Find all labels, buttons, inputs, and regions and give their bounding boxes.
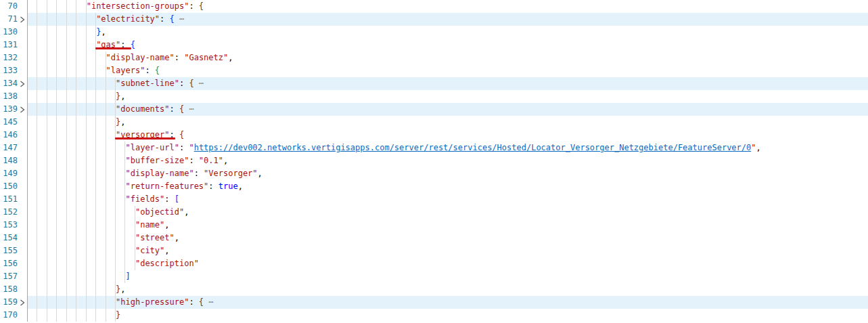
code-text[interactable]: "city", bbox=[135, 244, 170, 257]
bracket: { bbox=[170, 14, 175, 24]
code-text[interactable]: "high-pressure": { ⋯ bbox=[116, 296, 214, 309]
code-text[interactable]: "electricity": { ⋯ bbox=[96, 13, 184, 26]
punctuation: : bbox=[179, 143, 189, 152]
line-number: 139 bbox=[0, 103, 18, 116]
code-text[interactable]: "display-name": "Versorger", bbox=[125, 167, 262, 180]
code-line: 132"display-name": "Gasnetz", bbox=[0, 51, 868, 64]
fold-margin bbox=[18, 154, 27, 167]
json-string: "subnet-line" bbox=[116, 79, 179, 88]
code-text[interactable]: } bbox=[116, 309, 120, 322]
punctuation: : bbox=[194, 169, 204, 178]
code-text[interactable]: "layer-url": "https://dev002.networks.ve… bbox=[125, 142, 760, 154]
code-text[interactable]: "gas": { bbox=[96, 39, 135, 51]
code-line: 133"layers": { bbox=[0, 64, 868, 77]
punctuation: : bbox=[164, 194, 174, 204]
indent-guides bbox=[27, 232, 135, 244]
fold-chevron-icon[interactable] bbox=[18, 296, 27, 309]
line-number: 149 bbox=[0, 167, 18, 180]
indent-guides bbox=[27, 180, 125, 193]
json-string: "layer-url" bbox=[125, 143, 179, 152]
code-line: 134"subnet-line": { ⋯ bbox=[0, 77, 868, 90]
code-text[interactable]: }, bbox=[116, 90, 125, 103]
code-text[interactable]: "display-name": "Gasnetz", bbox=[106, 51, 233, 64]
code-line: 158}, bbox=[0, 283, 868, 296]
code-text[interactable]: "layers": { bbox=[106, 64, 160, 77]
indent-guides bbox=[27, 26, 96, 39]
json-string: "0.1" bbox=[199, 156, 223, 165]
code-line: 70"intersection-groups": { bbox=[0, 0, 868, 13]
folded-code-ellipsis[interactable]: ⋯ bbox=[175, 14, 184, 24]
line-number: 145 bbox=[0, 116, 18, 129]
code-editor: 70"intersection-groups": {71"electricity… bbox=[0, 0, 868, 323]
code-text[interactable]: }, bbox=[116, 283, 125, 296]
code-text[interactable]: "subnet-line": { ⋯ bbox=[116, 77, 204, 90]
indent-guides bbox=[27, 296, 116, 309]
line-number: 71 bbox=[0, 13, 18, 26]
folded-code-ellipsis[interactable]: ⋯ bbox=[204, 297, 213, 307]
punctuation: : bbox=[145, 66, 154, 75]
fold-margin bbox=[18, 90, 27, 103]
fold-margin bbox=[18, 26, 27, 39]
json-string: "documents" bbox=[116, 104, 169, 114]
code-line: 150"return-features": true, bbox=[0, 180, 868, 193]
json-string: "display-name" bbox=[106, 53, 175, 62]
red-underlined-json-string: "gas" bbox=[96, 40, 120, 49]
fold-margin bbox=[18, 39, 27, 51]
punctuation: : bbox=[160, 14, 169, 24]
line-number: 70 bbox=[0, 0, 18, 13]
punctuation: : bbox=[170, 104, 179, 114]
punctuation: : bbox=[189, 1, 198, 11]
fold-margin bbox=[18, 309, 27, 322]
folded-code-ellipsis[interactable]: ⋯ bbox=[194, 79, 204, 88]
line-number: 150 bbox=[0, 180, 18, 193]
url-link[interactable]: https://dev002.networks.vertigisapps.com… bbox=[194, 143, 752, 152]
code-text[interactable]: "fields": [ bbox=[125, 193, 179, 206]
bracket: ] bbox=[125, 272, 130, 281]
punctuation: : bbox=[208, 181, 218, 191]
code-text[interactable]: "buffer-size": "0.1", bbox=[125, 154, 228, 167]
code-line: 155"city", bbox=[0, 244, 868, 257]
code-text[interactable]: "return-features": true, bbox=[125, 180, 242, 193]
code-text[interactable]: }, bbox=[116, 116, 125, 129]
indent-guides bbox=[27, 77, 116, 90]
code-text[interactable]: "street", bbox=[135, 232, 179, 244]
line-number: 148 bbox=[0, 154, 18, 167]
code-line: 71"electricity": { ⋯ bbox=[0, 13, 868, 26]
punctuation: , bbox=[223, 156, 228, 165]
punctuation: , bbox=[184, 207, 189, 217]
code-text[interactable]: "documents": { ⋯ bbox=[116, 103, 194, 116]
fold-margin bbox=[18, 206, 27, 219]
code-line: 149"display-name": "Versorger", bbox=[0, 167, 868, 180]
fold-chevron-icon[interactable] bbox=[18, 103, 27, 116]
red-underlined-punctuation bbox=[126, 40, 131, 49]
indent-guides bbox=[27, 0, 87, 13]
indent-guides bbox=[27, 129, 116, 142]
punctuation: : bbox=[179, 79, 189, 88]
code-line: 130}, bbox=[0, 26, 868, 39]
code-text[interactable]: "name", bbox=[135, 219, 170, 232]
code-text[interactable]: }, bbox=[96, 26, 106, 39]
code-text[interactable]: ] bbox=[125, 270, 130, 283]
code-text[interactable]: "versorger": { bbox=[116, 129, 184, 142]
code-line: 145}, bbox=[0, 116, 868, 129]
folded-code-ellipsis[interactable]: ⋯ bbox=[184, 104, 193, 114]
indent-guides bbox=[27, 283, 116, 296]
red-underlined-json-string: "versorger" bbox=[116, 130, 169, 139]
json-string: "electricity" bbox=[96, 14, 160, 24]
punctuation bbox=[175, 130, 179, 139]
line-number: 151 bbox=[0, 193, 18, 206]
code-line: 147"layer-url": "https://dev002.networks… bbox=[0, 142, 868, 154]
fold-margin bbox=[18, 270, 27, 283]
json-string: "layers" bbox=[106, 66, 145, 75]
fold-chevron-icon[interactable] bbox=[18, 13, 27, 26]
indent-guides bbox=[27, 270, 125, 283]
line-number: 156 bbox=[0, 257, 18, 270]
fold-margin bbox=[18, 142, 27, 154]
code-text[interactable]: "intersection-groups": { bbox=[87, 0, 204, 13]
bracket: { bbox=[199, 1, 204, 11]
line-number: 147 bbox=[0, 142, 18, 154]
code-text[interactable]: "description" bbox=[135, 257, 199, 270]
line-number: 159 bbox=[0, 296, 18, 309]
code-text[interactable]: "objectid", bbox=[135, 206, 189, 219]
fold-chevron-icon[interactable] bbox=[18, 77, 27, 90]
